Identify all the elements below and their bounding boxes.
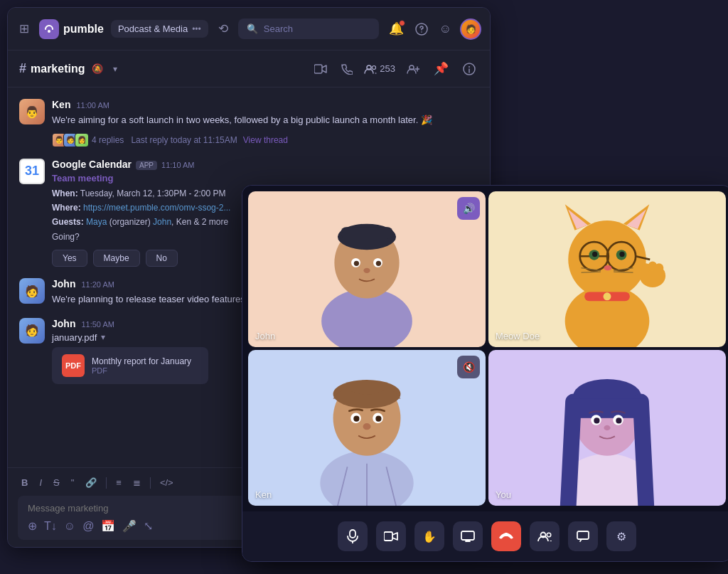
svg-point-34 <box>619 252 624 257</box>
add-member-button[interactable] <box>404 61 422 77</box>
svg-point-3 <box>421 31 422 33</box>
search-bar[interactable]: 🔍 <box>238 18 379 39</box>
grid-menu-button[interactable]: ⊞ <box>16 18 32 39</box>
john-message-time-2: 11:50 AM <box>81 320 114 329</box>
svg-point-35 <box>604 265 611 270</box>
john-audio-button[interactable]: 🔊 <box>457 197 480 220</box>
gcal-no-button[interactable]: No <box>146 250 178 267</box>
chat-control-button[interactable] <box>568 521 598 551</box>
john-avatar-2: 🧑 <box>19 318 45 344</box>
code-button[interactable]: </> <box>156 475 177 490</box>
video-grid: 🔊 John <box>242 186 728 511</box>
svg-point-62 <box>594 418 599 423</box>
video-cell-meow: Meow Doe <box>488 191 726 347</box>
link-button[interactable]: 🔗 <box>82 475 100 490</box>
raise-hand-button[interactable]: ✋ <box>414 521 444 551</box>
john-avatar-1: 🧑 <box>19 278 45 304</box>
svg-line-37 <box>582 272 601 272</box>
ken-message-text: We're aiming for a soft launch in two we… <box>52 113 478 127</box>
workspace-name: Podcast & Media <box>118 23 188 34</box>
pumble-logo-icon <box>39 19 59 39</box>
history-button[interactable]: ⟲ <box>215 18 231 39</box>
gcal-yes-button[interactable]: Yes <box>52 250 87 267</box>
file-display-name: Monthly report for January <box>92 356 198 366</box>
file-label: january.pdf <box>52 332 97 343</box>
svg-rect-0 <box>43 23 55 36</box>
emoji-button[interactable]: ☺ <box>437 19 454 39</box>
ken-message-content: Ken 11:00 AM We're aiming for a soft lau… <box>52 99 478 147</box>
svg-point-19 <box>363 268 370 273</box>
blockquote-button[interactable]: " <box>68 475 78 490</box>
pin-button[interactable]: 📌 <box>431 58 451 79</box>
reply-avatars: 👨 🧑 👩 <box>52 133 86 147</box>
audio-icon[interactable]: 🎤 <box>122 519 136 533</box>
file-attachment[interactable]: PDF Monthly report for January PDF <box>52 347 208 384</box>
ken-author-name: Ken <box>52 99 70 110</box>
video-cell-you: You <box>488 350 726 506</box>
channel-mute-button[interactable]: 🔕 <box>89 60 106 77</box>
user-avatar[interactable]: 🧑 <box>460 18 481 40</box>
svg-point-64 <box>604 425 610 430</box>
end-call-button[interactable] <box>491 521 521 551</box>
ken-audio-button[interactable]: 🔇 <box>457 356 480 378</box>
channel-dropdown-button[interactable]: ▾ <box>110 61 120 77</box>
svg-point-53 <box>375 416 381 422</box>
video-call-button[interactable] <box>311 61 330 77</box>
svg-point-54 <box>363 423 371 430</box>
gcal-time: 11:10 AM <box>161 161 194 169</box>
call-controls: ✋ ⚙ <box>242 511 728 561</box>
you-name-tag: You <box>496 489 511 500</box>
channel-info-button[interactable] <box>460 60 478 78</box>
voice-call-button[interactable] <box>338 60 355 78</box>
fmt-separator-1 <box>106 477 107 489</box>
ken-figure <box>248 350 486 506</box>
svg-point-17 <box>354 261 359 266</box>
member-count: 253 <box>364 63 395 74</box>
file-dropdown-icon: ▾ <box>101 332 105 342</box>
expand-icon[interactable]: ⤡ <box>144 519 153 533</box>
bullet-list-button[interactable]: ≡ <box>112 475 125 490</box>
italic-button[interactable]: I <box>36 475 46 490</box>
bold-button[interactable]: B <box>18 475 31 490</box>
workspace-button[interactable]: Podcast & Media ••• <box>111 20 208 38</box>
ken-message-time: 11:00 AM <box>76 101 109 110</box>
gcal-meet-link[interactable]: https://meet.pumble.com/omv-ssog-2... <box>83 203 230 213</box>
svg-rect-67 <box>461 531 474 540</box>
channel-name-container: # marketing 🔕 ▾ <box>19 60 120 77</box>
reply-av-3: 👩 <box>75 133 89 147</box>
notification-bell-button[interactable]: 🔔 <box>386 18 407 39</box>
meow-name-tag: Meow Doe <box>496 331 540 341</box>
topbar-right: 🔔 ☺ 🧑 <box>386 18 481 40</box>
strikethrough-button[interactable]: S <box>50 475 63 490</box>
add-icon[interactable]: ⊕ <box>28 519 37 533</box>
john-figure <box>248 191 486 347</box>
help-button[interactable] <box>412 20 431 38</box>
svg-point-33 <box>592 252 597 257</box>
file-type-label: PDF <box>92 366 198 375</box>
svg-rect-14 <box>341 227 393 238</box>
channel-name-text: marketing <box>31 63 85 75</box>
search-input[interactable] <box>264 23 370 34</box>
emoji-picker-icon[interactable]: ☺ <box>64 520 75 533</box>
svg-point-1 <box>48 30 50 33</box>
svg-rect-59 <box>567 398 647 418</box>
svg-rect-65 <box>350 530 355 538</box>
search-icon: 🔍 <box>247 23 258 34</box>
app-name: pumble <box>63 23 104 36</box>
svg-point-52 <box>353 416 359 422</box>
settings-control-button[interactable]: ⚙ <box>606 521 636 551</box>
gcal-maybe-button[interactable]: Maybe <box>93 250 140 267</box>
screen-share-button[interactable] <box>453 521 483 551</box>
mention-icon[interactable]: @ <box>82 520 94 533</box>
view-thread-link[interactable]: View thread <box>243 135 288 145</box>
video-control-button[interactable] <box>376 521 406 551</box>
mic-control-button[interactable] <box>338 521 368 551</box>
calendar-icon[interactable]: 📅 <box>101 519 115 533</box>
participants-button[interactable] <box>530 521 560 551</box>
svg-line-39 <box>614 272 633 272</box>
video-cell-john: 🔊 John <box>248 191 486 347</box>
ordered-list-button[interactable]: ≣ <box>129 475 144 490</box>
replies-count-text: 4 replies Last reply today at 11:15AM <box>92 135 237 145</box>
text-format-icon[interactable]: T↓ <box>44 520 57 533</box>
svg-rect-66 <box>384 532 392 541</box>
